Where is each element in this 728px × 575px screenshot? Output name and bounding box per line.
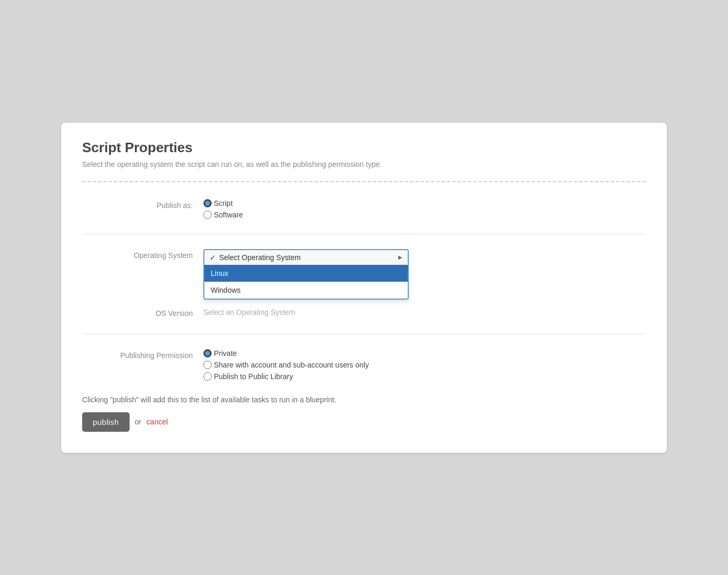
publish-as-software-radio[interactable] (203, 211, 212, 219)
page-subtitle: Select the operating system the script c… (82, 160, 646, 168)
permission-share-radio[interactable] (203, 361, 212, 369)
action-row: publish or cancel (82, 412, 646, 432)
publish-as-software-option[interactable]: Software (203, 211, 243, 219)
footer-note: Clicking "publish" will add this to the … (82, 395, 646, 404)
dropdown-selected-label: Select Operating System (219, 253, 301, 262)
publish-as-row: Publish as: Script Software (82, 199, 646, 219)
os-version-placeholder: Select an Operating System (203, 307, 295, 316)
publish-as-script-option[interactable]: Script (203, 199, 243, 207)
dropdown-arrow-icon: ▶ (398, 254, 402, 260)
dropdown-checkmark: ✓ (210, 253, 216, 262)
publish-as-controls: Script Software (203, 199, 243, 219)
dropdown-item-windows[interactable]: Windows (204, 282, 408, 299)
os-version-row: OS Version Select an Operating System (82, 307, 646, 319)
os-version-label: OS Version (82, 307, 203, 319)
publishing-permission-section: Publishing Permission Private Share with… (82, 349, 646, 381)
publish-as-section: Publish as: Script Software (82, 199, 646, 219)
permission-share-option[interactable]: Share with account and sub-account users… (203, 361, 369, 369)
publish-as-script-label: Script (214, 199, 233, 207)
permission-share-label: Share with account and sub-account users… (214, 361, 369, 369)
operating-system-label: Operating System (82, 249, 203, 261)
or-text: or (135, 418, 141, 426)
publishing-permission-controls: Private Share with account and sub-accou… (203, 349, 369, 381)
section-divider-dashed (82, 181, 646, 182)
divider-1 (82, 234, 646, 234)
cancel-link[interactable]: cancel (146, 418, 168, 426)
publishing-permission-row: Publishing Permission Private Share with… (82, 349, 646, 381)
publish-button[interactable]: publish (82, 412, 130, 432)
divider-2 (82, 334, 646, 334)
script-properties-card: Script Properties Select the operating s… (61, 123, 667, 453)
operating-system-dropdown[interactable]: ✓ Select Operating System ▶ Linux Window… (203, 249, 409, 265)
page-title: Script Properties (82, 140, 646, 156)
publish-as-software-label: Software (214, 211, 243, 219)
permission-public-label: Publish to Public Library (214, 372, 293, 381)
publish-as-script-radio[interactable] (203, 199, 212, 207)
dropdown-menu: Linux Windows (203, 265, 409, 300)
permission-private-option[interactable]: Private (203, 349, 369, 358)
operating-system-controls: ✓ Select Operating System ▶ Linux Window… (203, 249, 409, 265)
dropdown-item-linux[interactable]: Linux (204, 265, 408, 282)
permission-public-radio[interactable] (203, 372, 212, 381)
operating-system-row: Operating System ✓ Select Operating Syst… (82, 249, 646, 265)
permission-private-label: Private (214, 349, 237, 358)
publish-as-label: Publish as: (82, 199, 203, 211)
os-version-controls: Select an Operating System (203, 307, 295, 316)
publishing-permission-label: Publishing Permission (82, 349, 203, 361)
permission-public-option[interactable]: Publish to Public Library (203, 372, 369, 381)
permission-private-radio[interactable] (203, 349, 212, 358)
dropdown-header[interactable]: ✓ Select Operating System ▶ (203, 249, 409, 265)
operating-system-section: Operating System ✓ Select Operating Syst… (82, 249, 646, 319)
dropdown-header-text: ✓ Select Operating System (210, 253, 301, 262)
